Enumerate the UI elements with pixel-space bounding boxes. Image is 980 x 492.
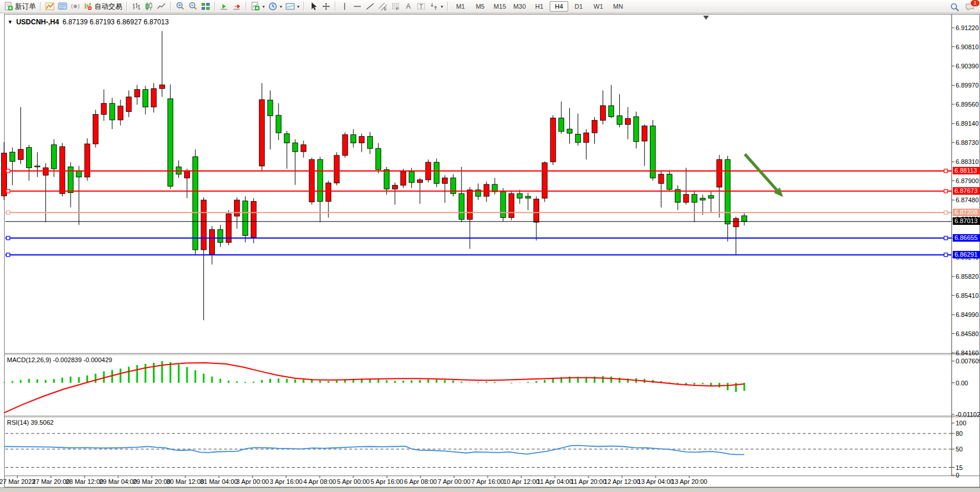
bar-chart-button[interactable] [130, 1, 142, 12]
crosshair-button[interactable] [320, 1, 332, 12]
candle [218, 229, 223, 242]
new-chart-button[interactable] [43, 1, 56, 12]
tile-windows-button[interactable] [199, 1, 212, 12]
indicators-button[interactable]: ▾ [249, 1, 266, 12]
horizontal-line-button[interactable] [351, 1, 364, 12]
candle [525, 196, 531, 198]
time-axis-label: 13 Apr 04:00 [638, 478, 674, 485]
market-watch-button[interactable] [56, 1, 69, 12]
fibonacci-button[interactable]: F [389, 1, 402, 12]
timeframe-button-m30[interactable]: M30 [510, 1, 529, 12]
auto-trading-button[interactable]: 自动交易 [82, 1, 124, 12]
timeframe-button-d1[interactable]: D1 [569, 1, 588, 12]
timeframe-button-mn[interactable]: MN [609, 1, 627, 12]
candle [401, 172, 406, 185]
text-label-button[interactable]: T [415, 1, 427, 12]
toolbar-separator [126, 2, 127, 11]
candle [708, 195, 714, 198]
candle [159, 85, 164, 89]
mt4-window: 新订单 自动交易 [0, 0, 980, 492]
zoom-out-button[interactable] [187, 1, 199, 12]
time-axis-label: 13 Apr 20:00 [671, 478, 707, 485]
svg-text:F: F [396, 7, 398, 11]
collapse-ohlc-icon[interactable]: ▼ [8, 19, 13, 25]
line-chart-button[interactable] [155, 1, 168, 12]
svg-text:A: A [406, 2, 411, 10]
candle [52, 145, 57, 169]
time-axis-label: 28 Mar 12:00 [66, 478, 104, 485]
candle [409, 172, 414, 183]
timeframe-button-h1[interactable]: H1 [530, 1, 548, 12]
auto-trading-label: 自动交易 [94, 2, 122, 12]
candle [10, 152, 15, 162]
candle [534, 199, 539, 223]
candle [259, 100, 265, 166]
zoom-in-button[interactable] [174, 1, 187, 12]
candle [367, 137, 372, 149]
toolbar-separator [335, 2, 336, 11]
periods-button[interactable]: ▾ [266, 1, 284, 12]
candle [301, 145, 306, 152]
candle [609, 105, 614, 116]
price-chart[interactable] [0, 0, 980, 492]
chart-shift-marker[interactable] [703, 16, 709, 20]
candle [418, 180, 423, 183]
channel-button[interactable]: E [376, 1, 389, 12]
candle [575, 134, 580, 143]
cursor-button[interactable] [307, 1, 320, 12]
zoom-out-icon [188, 2, 198, 11]
candle [634, 116, 639, 141]
timeframe-button-m5[interactable]: M5 [471, 1, 489, 12]
notifications-icon[interactable]: 1 [965, 2, 977, 12]
candle [43, 168, 48, 176]
candle [626, 119, 631, 125]
trendline-button[interactable] [364, 1, 376, 12]
candle [292, 143, 298, 152]
candle [35, 166, 40, 167]
candle [101, 103, 107, 114]
toolbar-separator [447, 2, 448, 11]
candle [509, 194, 514, 217]
candle [459, 194, 464, 219]
candle [716, 159, 722, 187]
chart-shift-button[interactable] [231, 1, 243, 12]
time-axis-label: 5 Apr 00:00 [337, 478, 370, 485]
templates-button[interactable]: ▾ [284, 1, 301, 12]
arrows-button[interactable]: ▾ [427, 1, 445, 12]
candle [151, 89, 156, 107]
time-axis-label: 29 Mar 04:00 [100, 478, 137, 485]
new-order-button[interactable]: 新订单 [2, 1, 38, 12]
macd-signal-line [4, 363, 744, 413]
signals-button[interactable] [69, 1, 82, 12]
cursor-icon [309, 2, 318, 11]
rsi-tick-label: 100 [956, 420, 966, 427]
timeframe-button-m15[interactable]: M15 [491, 1, 509, 12]
timeframe-button-m1[interactable]: M1 [451, 1, 470, 12]
ohlc-values: 6.87139 6.87193 6.86927 6.87013 [63, 18, 169, 26]
vertical-line-button[interactable] [338, 1, 351, 12]
candle [143, 89, 148, 107]
price-tag-6.86655: 6.86655 [953, 234, 980, 242]
trend-arrow-annotation[interactable] [745, 154, 777, 190]
search-icon[interactable] [950, 2, 959, 12]
toolbar-separator [246, 2, 247, 11]
time-axis-label: 11 Apr 04:00 [537, 478, 573, 485]
candle [467, 190, 473, 220]
auto-scroll-button[interactable] [218, 1, 231, 12]
time-axis-label: 30 Mar 12:00 [167, 478, 204, 485]
new-order-label: 新订单 [15, 2, 36, 12]
new-order-icon [4, 2, 13, 11]
candlestick-icon [144, 2, 153, 11]
timeframe-button-w1[interactable]: W1 [589, 1, 608, 12]
candlestick-button[interactable] [142, 1, 155, 12]
rsi-tick-label: 80 [956, 430, 963, 437]
candle [692, 195, 697, 203]
candle [351, 134, 356, 143]
text-button[interactable]: A [402, 1, 415, 12]
price-tick-label: 6.84580 [956, 330, 979, 337]
signal-icon [71, 2, 80, 11]
candle [210, 229, 215, 254]
timeframe-button-h4[interactable]: H4 [550, 1, 568, 12]
time-axis-label: 6 Apr 08:00 [404, 478, 437, 485]
time-axis-label: 7 Apr 00:00 [438, 478, 470, 485]
